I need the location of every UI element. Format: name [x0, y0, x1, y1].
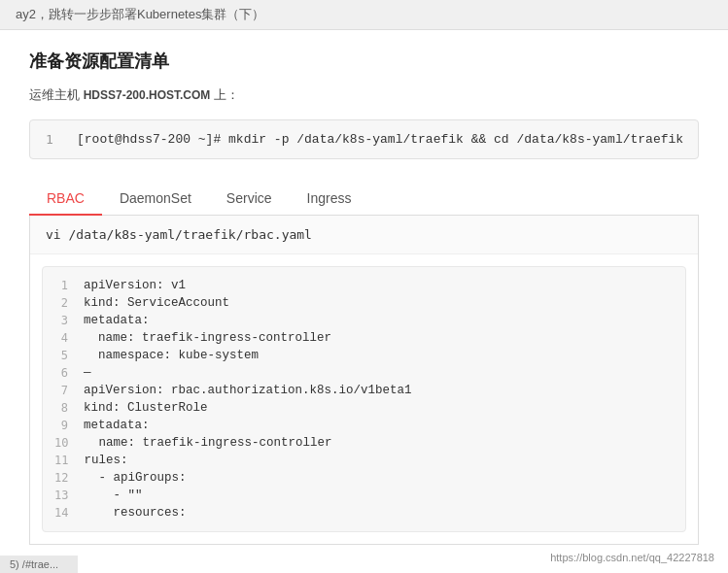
host-name: HDSS7-200.host.com: [84, 88, 211, 102]
command-line-num: 1: [46, 132, 61, 147]
yaml-line-10: 10 name: traefik-ingress-controller: [43, 434, 685, 452]
yaml-line-14: 14 resources:: [43, 504, 685, 522]
yaml-line-1: 1 apiVersion: v1: [43, 277, 685, 294]
host-suffix: 上：: [214, 87, 239, 102]
content-area: 准备资源配置清单 运维主机 HDSS7-200.host.com 上： 1 [r…: [0, 30, 728, 564]
yaml-line-7: 7 apiVersion: rbac.authorization.k8s.io/…: [43, 382, 685, 399]
top-bar: ay2，跳转一步步部署Kubernetes集群（下）: [0, 0, 728, 30]
section-title: 准备资源配置清单: [29, 50, 699, 73]
watermark: https://blog.csdn.net/qq_42227818: [544, 550, 720, 565]
tab-daemonset[interactable]: DaemonSet: [102, 183, 209, 216]
yaml-line-5: 5 namespace: kube-system: [43, 347, 685, 364]
host-info: 运维主机 HDSS7-200.host.com 上：: [29, 86, 699, 104]
command-code: [root@hdss7-200 ~]# mkdir -p /data/k8s-y…: [77, 132, 683, 147]
bottom-bar: 5) /#trae...: [0, 556, 78, 573]
top-bar-text: ay2，跳转一步步部署Kubernetes集群（下）: [16, 7, 264, 21]
tab-ingress[interactable]: Ingress: [290, 183, 369, 216]
yaml-editor: 1 apiVersion: v1 2 kind: ServiceAccount …: [42, 266, 686, 532]
yaml-line-8: 8 kind: ClusterRole: [43, 399, 685, 417]
file-path: vi /data/k8s-yaml/traefik/rbac.yaml: [30, 216, 698, 254]
yaml-line-13: 13 - "": [43, 487, 685, 504]
yaml-line-2: 2 kind: ServiceAccount: [43, 294, 685, 312]
yaml-line-9: 9 metadata:: [43, 417, 685, 434]
command-block: 1 [root@hdss7-200 ~]# mkdir -p /data/k8s…: [29, 119, 699, 159]
yaml-line-12: 12 - apiGroups:: [43, 469, 685, 487]
yaml-line-6: 6 —: [43, 364, 685, 382]
tabs-container: RBAC DaemonSet Service Ingress: [29, 183, 699, 216]
page-wrapper: ay2，跳转一步步部署Kubernetes集群（下） 准备资源配置清单 运维主机…: [0, 0, 728, 573]
host-label: 运维主机: [29, 87, 80, 102]
yaml-line-11: 11 rules:: [43, 452, 685, 469]
tab-service[interactable]: Service: [209, 183, 290, 216]
yaml-line-4: 4 name: traefik-ingress-controller: [43, 329, 685, 347]
tab-content: vi /data/k8s-yaml/traefik/rbac.yaml 1 ap…: [29, 216, 699, 545]
tab-rbac[interactable]: RBAC: [29, 183, 102, 216]
yaml-line-3: 3 metadata:: [43, 312, 685, 329]
